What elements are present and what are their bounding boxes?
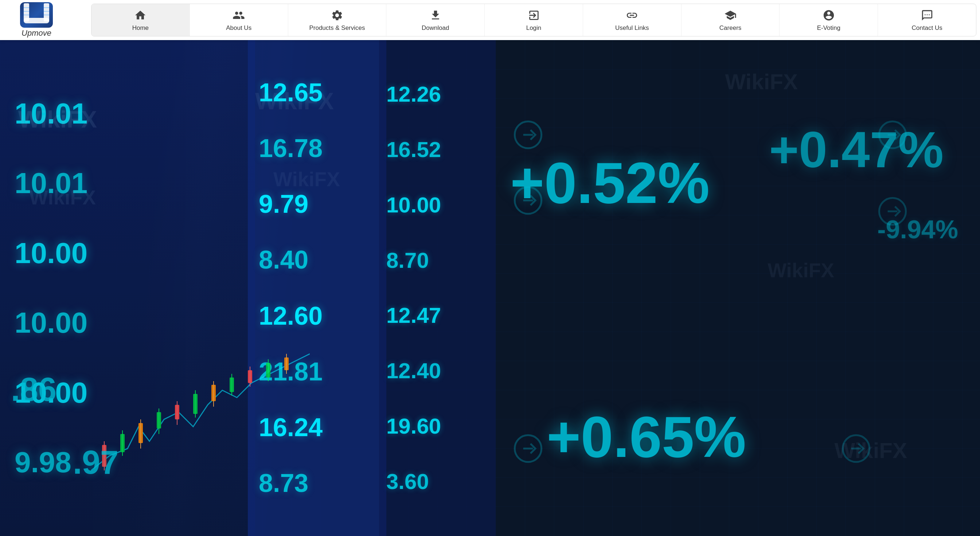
percent-047: +0.47%: [769, 120, 943, 179]
evoting-icon: [822, 8, 836, 22]
logo-name: Upmove: [22, 29, 51, 38]
stock-mid-3: 9.79: [259, 190, 375, 218]
arrow-icon-6: [842, 434, 871, 463]
candlestick-chart: [91, 317, 310, 481]
home-icon: [134, 8, 147, 22]
link-icon: [625, 8, 639, 22]
partial-num-right-1: -9.94%: [877, 215, 958, 244]
wikifx-watermark-6: WikiFX: [767, 259, 834, 282]
nav-about[interactable]: About Us: [190, 4, 288, 36]
stock-r2-7: 19.60: [386, 414, 488, 438]
nav-evoting-label: E-Voting: [817, 24, 840, 32]
download-icon: [429, 8, 442, 22]
stock-col-right2: 12.26 16.52 10.00 8.70 12.47 12.40 19.60…: [379, 40, 496, 536]
nav-careers[interactable]: Careers: [681, 4, 780, 36]
hero-section: 10.01 10.01 10.00 10.00 10.00 9.98 12.65…: [0, 40, 980, 536]
svg-rect-2: [24, 18, 49, 23]
arrow-icon-3: [878, 120, 907, 150]
stock-r2-4: 8.70: [386, 248, 488, 272]
people-icon: [232, 8, 246, 22]
login-icon: [527, 8, 541, 22]
stock-r2-5: 12.47: [386, 304, 488, 328]
nav-download[interactable]: Download: [386, 4, 485, 36]
gear-icon: [330, 8, 344, 22]
nav-about-label: About Us: [226, 24, 251, 32]
nav-products[interactable]: Products & Services: [288, 4, 387, 36]
wikifx-watermark-4: WikiFX: [273, 168, 340, 191]
nav-contact[interactable]: Contact Us: [878, 4, 976, 36]
nav-careers-label: Careers: [719, 24, 741, 32]
stock-mid-2: 16.78: [259, 134, 375, 162]
wikifx-watermark-2: WikiFX: [29, 186, 96, 209]
logo: Upmove: [4, 2, 69, 38]
stock-r2-2: 16.52: [386, 138, 488, 162]
nav-contact-label: Contact Us: [912, 24, 942, 32]
stock-r2-6: 12.40: [386, 359, 488, 383]
nav-home[interactable]: Home: [91, 4, 190, 36]
wikifx-watermark-3: WikiFX: [255, 87, 334, 115]
stock-r2-1: 12.26: [386, 82, 488, 107]
logo-area: Upmove: [4, 2, 84, 38]
arrow-icon-1: [514, 120, 542, 150]
percent-065: +0.65%: [547, 403, 746, 471]
contact-icon: [920, 8, 934, 22]
graduation-icon: [724, 8, 737, 22]
main-nav: Home About Us Products & Services Downlo…: [91, 4, 976, 37]
stock-r2-3: 10.00: [386, 193, 488, 217]
nav-login[interactable]: Login: [485, 4, 583, 36]
nav-home-label: Home: [132, 24, 149, 32]
nav-useful-links-label: Useful Links: [615, 24, 649, 32]
nav-useful-links[interactable]: Useful Links: [583, 4, 681, 36]
header: Upmove Home About Us Products & Services: [0, 0, 980, 40]
stock-num-3: 10.00: [14, 239, 240, 268]
stock-mid-4: 8.40: [259, 246, 375, 274]
logo-icon: [20, 2, 53, 28]
arrow-icon-5: [514, 434, 542, 463]
wikifx-watermark-1: WikiFX: [18, 106, 97, 133]
wikifx-watermark-5: WikiFX: [725, 69, 798, 94]
partial-num-86: .86: [11, 371, 56, 409]
stock-r2-8: 3.60: [386, 470, 488, 494]
nav-evoting[interactable]: E-Voting: [780, 4, 878, 36]
nav-login-label: Login: [526, 24, 542, 32]
nav-products-label: Products & Services: [309, 24, 365, 32]
nav-download-label: Download: [422, 24, 449, 32]
arrow-icon-2: [514, 186, 542, 215]
partial-num-97: .97: [73, 444, 118, 481]
